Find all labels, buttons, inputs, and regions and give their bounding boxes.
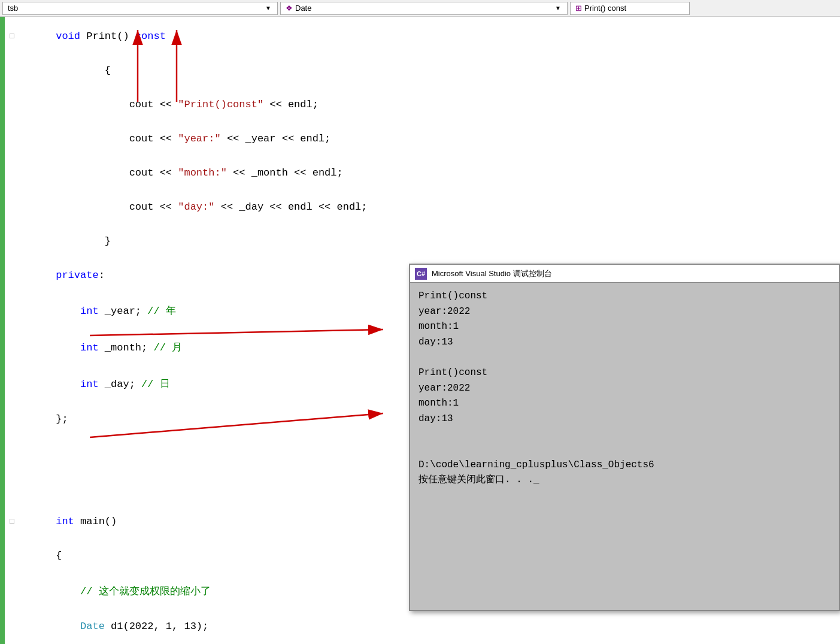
console-line-1: Print()const [419,289,830,304]
console-line-5 [419,350,830,365]
console-titlebar: C# Microsoft Visual Studio 调试控制台 [410,265,839,283]
code-text-8: private: [19,258,376,292]
console-line-7: year:2022 [419,381,830,397]
code-line-blank2 [5,459,376,482]
dropdown-icon-1[interactable]: ▼ [264,4,272,13]
code-text-3: cout << "Print()const" << endl; [19,87,376,122]
date-icon: ❖ [286,4,293,13]
top-bar-item-1[interactable]: tsb ▼ [2,2,278,15]
console-line-12: D:\code\learning_cplusplus\Class_Objects… [419,458,830,473]
code-text-1: void Print() const [19,19,376,53]
code-text-4: cout << "year:" << _year << endl; [19,122,376,156]
top-bar-item-2[interactable]: ❖ Date ▼ [280,2,568,15]
code-line-16: { [5,539,376,573]
console-app-icon: C# [415,268,427,280]
code-line-12: }; [5,402,376,436]
code-text-17: // 这个就变成权限的缩小了 [19,573,376,609]
code-line-6: cout << "day:" << _day << endl << endl; [5,190,376,224]
top-bar-label-3: Print() const [584,4,626,13]
code-text-7: } [19,224,376,258]
print-icon: ⊞ [575,4,582,13]
console-line-10 [419,427,830,442]
code-line-3: cout << "Print()const" << endl; [5,87,376,122]
code-text-12: }; [19,402,376,436]
code-text-11: int _day; // 日 [19,365,376,402]
top-bar: tsb ▼ ❖ Date ▼ ⊞ Print() const [0,0,840,17]
top-bar-item-3[interactable]: ⊞ Print() const [570,2,690,15]
code-line-11: int _day; // 日 [5,365,376,402]
console-title: Microsoft Visual Studio 调试控制台 [432,268,552,279]
left-green-bar [0,17,5,644]
console-line-6: Print()const [419,365,830,381]
code-text-10: int _month; // 月 [19,329,376,365]
console-line-13: 按任意键关闭此窗口. . ._ [419,473,830,488]
code-text-2: { [19,53,376,87]
code-line-2: { [5,53,376,87]
code-text-5: cout << "month:" << _month << endl; [19,156,376,190]
code-text-6: cout << "day:" << _day << endl << endl; [19,190,376,224]
code-editor: □ void Print() const { cout << "Print()c… [5,17,376,644]
code-line-17: // 这个就变成权限的缩小了 [5,573,376,609]
code-text-18: Date d1(2022, 1, 13); [19,609,376,643]
code-line-blank3 [5,482,376,504]
top-bar-label-1: tsb [8,4,18,13]
code-line-7: } [5,224,376,258]
code-line-9: int _year; // 年 [5,292,376,329]
console-window: C# Microsoft Visual Studio 调试控制台 Print()… [409,264,840,611]
console-line-4: day:13 [419,335,830,350]
collapse-icon-15[interactable]: □ [10,517,19,526]
top-bar-label-2: Date [295,4,311,13]
code-text-15: int main() [19,504,376,539]
code-line-18: Date d1(2022, 1, 13); [5,609,376,643]
code-text-9: int _year; // 年 [19,292,376,329]
console-line-8: month:1 [419,396,830,412]
code-line-15: □ int main() [5,504,376,539]
code-line-10: int _month; // 月 [5,329,376,365]
dropdown-icon-2[interactable]: ▼ [554,4,562,13]
code-line-5: cout << "month:" << _month << endl; [5,156,376,190]
collapse-icon-1[interactable]: □ [10,32,19,41]
code-line-1: □ void Print() const [5,19,376,53]
console-line-3: month:1 [419,319,830,335]
console-line-11 [419,442,830,458]
code-line-blank1 [5,436,376,459]
code-line-4: cout << "year:" << _year << endl; [5,122,376,156]
console-line-2: year:2022 [419,304,830,320]
code-text-16: { [19,539,376,573]
code-line-8: private: [5,258,376,292]
console-line-9: day:13 [419,412,830,427]
console-body: Print()const year:2022 month:1 day:13 Pr… [410,283,839,494]
